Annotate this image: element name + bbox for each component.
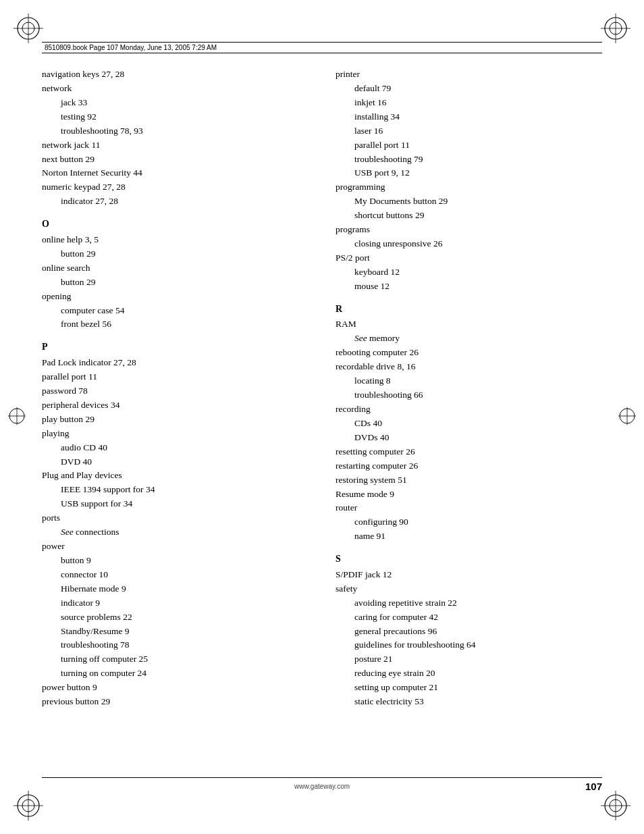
list-item: opening bbox=[42, 290, 308, 304]
list-item: button 9 bbox=[42, 554, 308, 568]
list-item: See connections bbox=[42, 525, 308, 540]
list-item: connector 10 bbox=[42, 568, 308, 582]
list-item: ports bbox=[42, 511, 308, 525]
list-item: programs bbox=[336, 223, 602, 237]
list-item: programming bbox=[336, 180, 602, 194]
list-item: shortcut buttons 29 bbox=[336, 209, 602, 223]
list-item: jack 33 bbox=[42, 96, 308, 110]
list-item: PS/2 port bbox=[336, 251, 602, 265]
footer-url: www.gateway.com bbox=[69, 783, 575, 790]
list-item: Standby/Resume 9 bbox=[42, 625, 308, 639]
list-item: guidelines for troubleshooting 64 bbox=[336, 638, 602, 652]
list-item: keyboard 12 bbox=[336, 265, 602, 280]
list-item: turning on computer 24 bbox=[42, 667, 308, 681]
list-item: safety bbox=[336, 582, 602, 596]
list-item: S/PDIF jack 12 bbox=[336, 568, 602, 582]
list-item: front bezel 56 bbox=[42, 317, 308, 332]
list-item: posture 21 bbox=[336, 652, 602, 667]
corner-mark-tr bbox=[599, 12, 632, 45]
list-item: button 29 bbox=[42, 247, 308, 261]
list-item: password 78 bbox=[42, 384, 308, 398]
list-item: USB support for 34 bbox=[42, 497, 308, 511]
header-text: 8510809.book Page 107 Monday, June 13, 2… bbox=[45, 44, 217, 51]
header-bar: 8510809.book Page 107 Monday, June 13, 2… bbox=[42, 42, 602, 53]
list-item: troubleshooting 78, 93 bbox=[42, 124, 308, 138]
list-item: Plug and Play devices bbox=[42, 469, 308, 483]
right-column: printer default 79 inkjet 16 installing … bbox=[336, 68, 602, 766]
content-area: navigation keys 27, 28 network jack 33 t… bbox=[42, 68, 602, 766]
list-item: rebooting computer 26 bbox=[336, 346, 602, 360]
list-item: My Documents button 29 bbox=[336, 194, 602, 209]
list-item: configuring 90 bbox=[336, 515, 602, 529]
list-item: online help 3, 5 bbox=[42, 233, 308, 247]
list-item: laser 16 bbox=[336, 124, 602, 138]
section-heading-r: R bbox=[336, 302, 602, 317]
list-item: online search bbox=[42, 261, 308, 276]
corner-mark-br bbox=[599, 789, 632, 822]
list-item: troubleshooting 66 bbox=[336, 388, 602, 402]
list-item: restoring system 51 bbox=[336, 473, 602, 488]
list-item: numeric keypad 27, 28 bbox=[42, 180, 308, 194]
list-item: Pad Lock indicator 27, 28 bbox=[42, 356, 308, 370]
list-item: audio CD 40 bbox=[42, 441, 308, 455]
footer: www.gateway.com 107 bbox=[42, 777, 602, 792]
list-item: locating 8 bbox=[336, 374, 602, 388]
list-item: power bbox=[42, 540, 308, 554]
list-item: indicator 9 bbox=[42, 596, 308, 610]
section-heading-s: S bbox=[336, 552, 602, 567]
section-heading-o: O bbox=[42, 217, 308, 232]
list-item: playing bbox=[42, 427, 308, 441]
list-item: restarting computer 26 bbox=[336, 459, 602, 473]
list-item: setting up computer 21 bbox=[336, 681, 602, 695]
list-item: CDs 40 bbox=[336, 417, 602, 431]
list-item: network jack 11 bbox=[42, 138, 308, 153]
list-item: troubleshooting 78 bbox=[42, 638, 308, 652]
page: 8510809.book Page 107 Monday, June 13, 2… bbox=[0, 0, 644, 834]
list-item: recording bbox=[336, 402, 602, 417]
section-heading-p: P bbox=[42, 340, 308, 355]
list-item: next button 29 bbox=[42, 153, 308, 167]
list-item: general precautions 96 bbox=[336, 625, 602, 639]
list-item: Resume mode 9 bbox=[336, 488, 602, 502]
list-item: parallel port 11 bbox=[42, 370, 308, 384]
list-item: See memory bbox=[336, 332, 602, 346]
list-item: DVD 40 bbox=[42, 455, 308, 469]
list-item: USB port 9, 12 bbox=[336, 166, 602, 180]
list-item: router bbox=[336, 501, 602, 515]
list-item: IEEE 1394 support for 34 bbox=[42, 483, 308, 497]
list-item: turning off computer 25 bbox=[42, 652, 308, 667]
side-mark-right bbox=[617, 406, 637, 429]
italic-text: See bbox=[61, 527, 74, 537]
footer-page-number: 107 bbox=[575, 781, 602, 792]
list-item: network bbox=[42, 82, 308, 96]
list-item: Hibernate mode 9 bbox=[42, 582, 308, 596]
list-item: button 29 bbox=[42, 276, 308, 290]
list-item: mouse 12 bbox=[336, 280, 602, 294]
list-item: Norton Internet Security 44 bbox=[42, 166, 308, 180]
list-item: reducing eye strain 20 bbox=[336, 667, 602, 681]
list-item: RAM bbox=[336, 317, 602, 332]
list-item: source problems 22 bbox=[42, 610, 308, 625]
list-item: testing 92 bbox=[42, 110, 308, 124]
list-item: avoiding repetitive strain 22 bbox=[336, 596, 602, 610]
list-item: navigation keys 27, 28 bbox=[42, 68, 308, 82]
list-item: peripheral devices 34 bbox=[42, 398, 308, 413]
side-mark-left bbox=[7, 406, 27, 429]
list-item: caring for computer 42 bbox=[336, 610, 602, 625]
list-item: installing 34 bbox=[336, 110, 602, 124]
list-item: static electricity 53 bbox=[336, 695, 602, 709]
list-item: inkjet 16 bbox=[336, 96, 602, 110]
list-item: computer case 54 bbox=[42, 304, 308, 318]
italic-text: See bbox=[354, 333, 367, 343]
list-item: parallel port 11 bbox=[336, 138, 602, 153]
list-item: troubleshooting 79 bbox=[336, 153, 602, 167]
list-item: printer bbox=[336, 68, 602, 82]
list-item: play button 29 bbox=[42, 413, 308, 427]
list-item: indicator 27, 28 bbox=[42, 194, 308, 209]
list-item: default 79 bbox=[336, 82, 602, 96]
list-item: power button 9 bbox=[42, 681, 308, 695]
corner-mark-tl bbox=[12, 12, 45, 45]
list-item: name 91 bbox=[336, 529, 602, 544]
left-column: navigation keys 27, 28 network jack 33 t… bbox=[42, 68, 308, 766]
list-item: closing unresponsive 26 bbox=[336, 237, 602, 251]
